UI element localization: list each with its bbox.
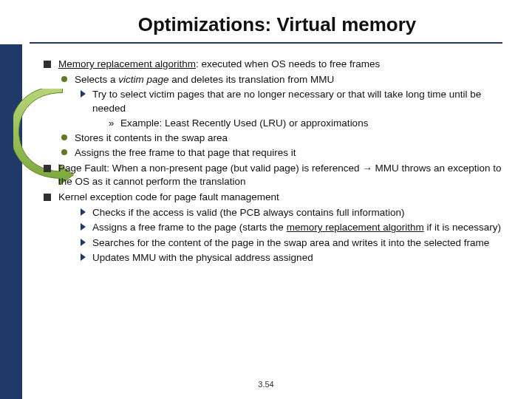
bullet-text: Updates MMU with the physical address as… <box>92 252 313 263</box>
bullet-selects-victim: Selects a victim page and deletes its tr… <box>41 73 510 86</box>
bullet-searches-content: Searches for the content of the page in … <box>41 236 510 250</box>
title-rule <box>30 42 502 44</box>
bullet-checks-access: Checks if the access is valid (the PCB a… <box>41 206 510 219</box>
bullet-assigns-free-frame: Assigns a free frame to the page (starts… <box>41 221 510 234</box>
content: Memory replacement algorithm: executed w… <box>41 58 510 266</box>
bullet-example-lru: Example: Least Recently Used (LRU) or ap… <box>41 117 510 130</box>
bullet-memory-replacement: Memory replacement algorithm: executed w… <box>41 58 510 71</box>
title-wrap: Optimizations: Virtual memory <box>0 0 532 36</box>
bullet-text: Kernel exception code for page fault man… <box>58 191 279 202</box>
bullet-text: Assigns the free frame to that page that… <box>75 147 296 158</box>
bullet-text: Checks if the access is valid (the PCB a… <box>92 207 404 218</box>
slide-title: Optimizations: Virtual memory <box>52 13 502 36</box>
slide: Optimizations: Virtual memory Memory rep… <box>0 0 532 399</box>
bullet-text: Selects a victim page and deletes its tr… <box>75 74 334 85</box>
bullet-text: Example: Least Recently Used (LRU) or ap… <box>120 117 368 129</box>
bullet-try-select: Try to select victim pages that are no l… <box>41 88 510 115</box>
page-number: 3.54 <box>0 380 532 389</box>
bullet-text: Assigns a free frame to the page (starts… <box>92 222 501 233</box>
bullet-stores-swap: Stores it contents in the swap area <box>41 132 510 145</box>
bullet-updates-mmu: Updates MMU with the physical address as… <box>41 251 510 265</box>
bullet-text: Searches for the content of the page in … <box>92 237 489 248</box>
bullet-text: Try to select victim pages that are no l… <box>92 89 481 113</box>
bullet-page-fault: Page Fault: When a non-present page (but… <box>41 162 510 188</box>
bullet-assigns-frame: Assigns the free frame to that page that… <box>41 146 510 160</box>
bullet-text: Memory replacement algorithm: executed w… <box>58 58 380 69</box>
bullet-text: Page Fault: When a non-present page (but… <box>58 163 502 187</box>
sidebar-band <box>0 44 22 399</box>
bullet-kernel-exception: Kernel exception code for page fault man… <box>41 191 510 204</box>
bullet-text: Stores it contents in the swap area <box>75 132 228 143</box>
